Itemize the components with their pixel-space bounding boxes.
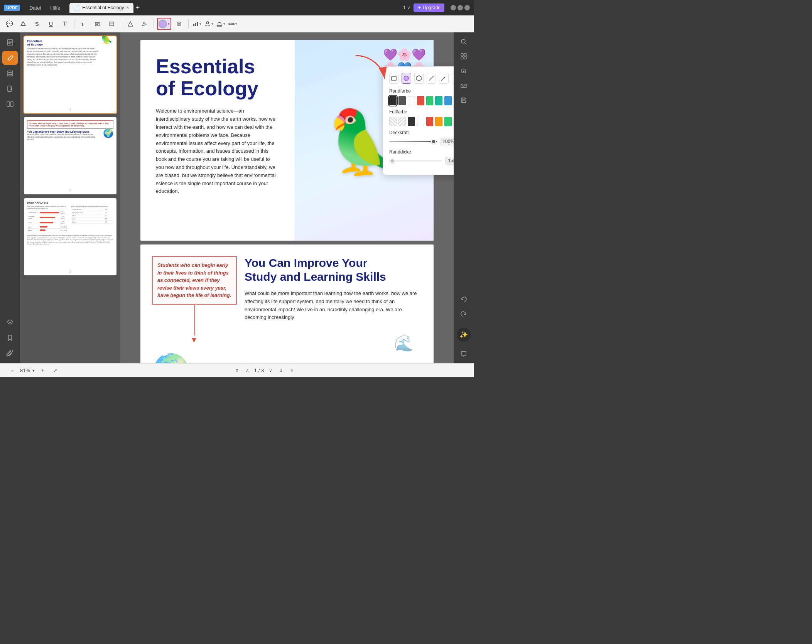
thumbnail-page-2[interactable]: Students who can begin early in their li… — [24, 117, 116, 194]
upgrade-label: Upgrade — [423, 5, 441, 10]
right-export-btn[interactable] — [457, 65, 471, 77]
strikethrough-tool-btn[interactable]: S — [31, 18, 43, 30]
shape-hexagon[interactable] — [414, 73, 424, 84]
fill-yellow[interactable] — [435, 117, 442, 126]
svg-rect-14 — [197, 22, 198, 26]
sidebar-icon-compare[interactable] — [2, 97, 18, 111]
right-undo-btn[interactable] — [457, 293, 471, 305]
main-toolbar: 💬 S U T T ▾ ▾ ▾ ▾ — [0, 15, 474, 32]
border-color-black2[interactable] — [398, 96, 406, 105]
sidebar-icon-pages[interactable] — [2, 35, 18, 49]
text-box2-btn[interactable] — [105, 18, 118, 30]
thickness-row: 1pt ▼ — [389, 157, 454, 165]
right-thumbnail-btn[interactable] — [457, 50, 471, 62]
globe-image: 🌍 — [152, 352, 191, 364]
border-color-red[interactable] — [417, 96, 424, 105]
shape-tool-btn[interactable] — [124, 18, 137, 30]
thumb-page-num-1: 1 — [24, 106, 116, 113]
fill-red[interactable] — [426, 117, 434, 126]
text-format-btn[interactable]: T — [78, 18, 90, 30]
svg-rect-31 — [7, 102, 10, 106]
opacity-value[interactable]: 100% ▼ — [440, 138, 454, 145]
highlight-tool-btn[interactable] — [17, 18, 29, 30]
sidebar-icon-organize[interactable] — [2, 66, 18, 80]
comment-tool-btn[interactable]: 💬 — [3, 18, 15, 30]
page2-right-content: You Can Improve YourStudy and Learning S… — [245, 256, 422, 344]
document-tab[interactable]: 📄 Essential of Ecology × — [69, 3, 133, 13]
thickness-slider[interactable] — [389, 160, 442, 162]
opacity-row: 100% ▼ — [389, 138, 454, 145]
nav-prev-btn[interactable]: ∧ — [243, 366, 252, 375]
shape-rectangle[interactable] — [389, 73, 398, 84]
menu-hilfe[interactable]: Hilfe — [47, 3, 63, 12]
measure-btn[interactable]: ▾ — [228, 18, 238, 30]
right-redo-btn[interactable] — [457, 308, 471, 320]
fill-green[interactable] — [444, 117, 452, 126]
page-content-area[interactable]: Essentialsof Ecology Welcome to environm… — [120, 32, 454, 363]
right-chat-btn[interactable] — [457, 348, 471, 360]
new-tab-btn[interactable]: + — [136, 4, 140, 12]
thickness-thumb[interactable] — [390, 158, 395, 163]
border-color-label: Randfarbe — [389, 88, 454, 94]
right-save-btn[interactable] — [457, 94, 471, 106]
tab-title: Essential of Ecology — [82, 5, 124, 10]
thickness-value[interactable]: 1pt ▼ — [445, 157, 454, 165]
border-color-blue[interactable] — [444, 96, 452, 105]
border-color-green[interactable] — [426, 96, 434, 105]
shape-triangle[interactable] — [452, 73, 454, 84]
svg-rect-28 — [7, 73, 13, 74]
thumbnail-page-3[interactable]: DATA ANALYSIS Total Ecological Footprint… — [24, 198, 116, 275]
version-badge: 1 ∨ — [403, 5, 410, 10]
nav-close-btn[interactable]: × — [288, 366, 296, 375]
svg-point-34 — [404, 76, 409, 81]
border-color-teal[interactable] — [435, 96, 442, 105]
zoom-minus-btn[interactable]: − — [8, 366, 17, 375]
right-search-btn[interactable] — [457, 35, 471, 48]
eyedropper-btn[interactable] — [173, 18, 185, 30]
person-arrow: ▾ — [211, 22, 213, 26]
sidebar-icon-layers[interactable] — [2, 315, 18, 329]
text-box-btn[interactable] — [91, 18, 104, 30]
border-color-black1[interactable] — [389, 96, 397, 105]
fill-black[interactable] — [408, 117, 415, 126]
sidebar-icon-attach[interactable] — [2, 346, 18, 360]
sidebar-icon-annotate[interactable] — [2, 51, 18, 65]
nav-next-btn[interactable]: ∨ — [266, 366, 275, 375]
zoom-dropdown-arrow[interactable]: ▼ — [32, 369, 35, 373]
menu-datei[interactable]: Datei — [26, 3, 44, 12]
color-picker-btn[interactable]: ▾ — [157, 18, 171, 30]
nav-first-btn[interactable]: ⇑ — [233, 366, 241, 375]
shape-line[interactable] — [427, 73, 436, 84]
close-btn[interactable] — [464, 5, 470, 10]
chart-btn[interactable]: ▾ — [192, 18, 202, 30]
nav-last-btn[interactable]: ⇓ — [277, 366, 285, 375]
color-picker-popup: Randfarbe Füllfarbe — [383, 66, 454, 175]
border-color-white[interactable] — [408, 96, 415, 105]
minimize-btn[interactable] — [451, 5, 456, 10]
right-email-btn[interactable] — [457, 79, 471, 92]
fill-striped[interactable] — [398, 117, 406, 126]
right-ai-btn[interactable]: ✨ — [457, 328, 471, 342]
person-btn[interactable]: ▾ — [204, 18, 214, 30]
maximize-btn[interactable] — [457, 5, 463, 10]
zoom-plus-btn[interactable]: + — [38, 366, 47, 375]
thumbnail-panel[interactable]: Essentialsof Ecology Welcome to environm… — [20, 32, 120, 363]
thumb-page-num-3: 3 — [24, 268, 116, 275]
fit-page-btn[interactable]: ⤢ — [51, 366, 60, 375]
text-tool-btn[interactable]: T — [59, 18, 71, 30]
shape-arrow[interactable] — [439, 73, 448, 84]
svg-point-41 — [461, 39, 465, 43]
thumbnail-page-1[interactable]: Essentialsof Ecology Welcome to environm… — [24, 36, 116, 113]
underline-tool-btn[interactable]: U — [45, 18, 57, 30]
sidebar-icon-extract[interactable] — [2, 82, 18, 96]
fill-transparent[interactable] — [389, 117, 397, 126]
sidebar-icon-bookmark[interactable] — [2, 331, 18, 345]
pen-tool-btn[interactable] — [138, 18, 150, 30]
opacity-slider[interactable] — [389, 141, 437, 142]
upgrade-button[interactable]: ✦ Upgrade — [414, 3, 444, 12]
tab-close-btn[interactable]: × — [126, 5, 128, 10]
fill-white[interactable] — [417, 117, 424, 126]
stamp-btn[interactable]: ▾ — [216, 18, 226, 30]
shape-circle[interactable] — [402, 73, 411, 84]
opacity-thumb[interactable] — [431, 139, 436, 144]
